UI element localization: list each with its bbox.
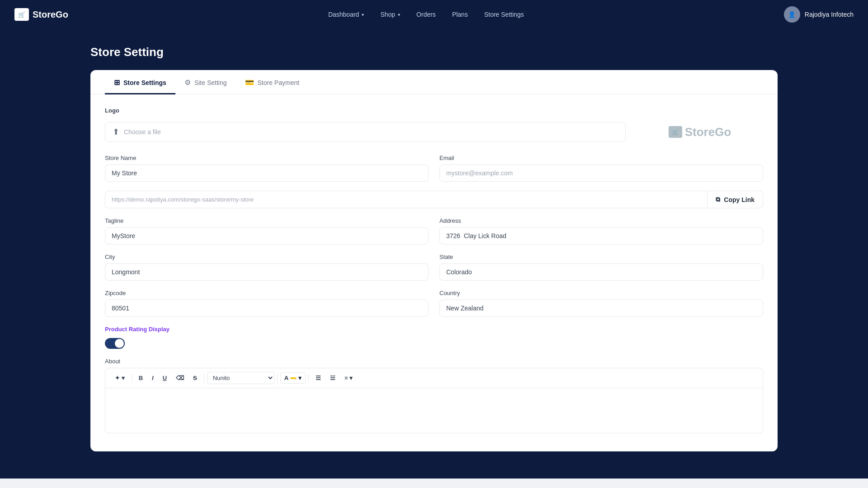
zipcode-label: Zipcode <box>105 290 429 296</box>
nav-links: Dashboard ▾ Shop ▾ Orders Plans Store Se… <box>322 7 530 22</box>
address-label: Address <box>439 217 763 224</box>
copy-link-label: Copy Link <box>724 196 755 203</box>
nav-plans[interactable]: Plans <box>446 7 474 22</box>
store-payment-tab-icon: 💳 <box>245 78 254 87</box>
logo-label: Logo <box>105 107 763 114</box>
logo-upload-text: Choose a file <box>124 128 161 136</box>
tagline-label: Tagline <box>105 217 429 224</box>
address-input[interactable] <box>439 227 763 244</box>
logo-section: Logo ⬆ Choose a file 🛒 StoreGo <box>105 107 763 145</box>
product-rating-section: Product Rating Display <box>105 326 763 349</box>
zipcode-group: Zipcode <box>105 290 429 317</box>
dashboard-chevron-icon: ▾ <box>362 12 364 17</box>
toolbar-sep-1 <box>132 374 132 383</box>
product-rating-label: Product Rating Display <box>105 326 763 333</box>
tab-store-payment-label: Store Payment <box>258 79 300 86</box>
tab-store-settings-label: Store Settings <box>123 79 166 86</box>
store-name-input[interactable] <box>105 164 429 182</box>
state-label: State <box>439 253 763 260</box>
toggle-knob <box>115 339 124 348</box>
brand-icon: 🛒 <box>14 8 29 21</box>
settings-card: ⊞ Store Settings ⚙ Site Setting 💳 Store … <box>90 70 778 451</box>
storego-preview-logo: 🛒 StoreGo <box>669 125 731 139</box>
toolbar-sep-2 <box>204 374 204 383</box>
about-editor[interactable] <box>105 388 763 433</box>
email-input[interactable] <box>439 164 763 182</box>
tab-store-payment[interactable]: 💳 Store Payment <box>236 70 309 94</box>
italic-btn[interactable]: I <box>148 372 158 384</box>
store-name-label: Store Name <box>105 155 429 161</box>
zip-country-row: Zipcode Country <box>105 290 763 317</box>
tagline-address-row: Tagline Address <box>105 217 763 244</box>
tagline-input[interactable] <box>105 227 429 244</box>
country-group: Country <box>439 290 763 317</box>
tab-site-setting[interactable]: ⚙ Site Setting <box>175 70 236 94</box>
color-chevron: ▾ <box>298 375 302 381</box>
about-label: About <box>105 358 763 365</box>
about-group: About ✦ ▾ B I U ⌫ S Nunito Arial Times N… <box>105 358 763 433</box>
tab-site-setting-label: Site Setting <box>194 79 227 86</box>
store-settings-tab-icon: ⊞ <box>114 78 120 87</box>
logo-row: ⬆ Choose a file 🛒 StoreGo <box>105 118 763 145</box>
logo-preview: 🛒 StoreGo <box>637 118 763 145</box>
copy-icon: ⧉ <box>716 196 720 203</box>
preview-logo-box: 🛒 <box>669 126 682 138</box>
text-color-label: A <box>284 375 288 381</box>
logo-upload-btn[interactable]: ⬆ Choose a file <box>105 122 626 142</box>
avatar: 👤 <box>784 6 800 23</box>
address-group: Address <box>439 217 763 244</box>
state-group: State <box>439 253 763 281</box>
city-group: City <box>105 253 429 281</box>
navbar: 🛒 StoreGo Dashboard ▾ Shop ▾ Orders Plan… <box>0 0 868 29</box>
site-setting-tab-icon: ⚙ <box>184 78 191 87</box>
brand-name: StoreGo <box>33 9 68 20</box>
form-body: Logo ⬆ Choose a file 🛒 StoreGo <box>90 94 778 433</box>
text-color-btn[interactable]: A ▾ <box>280 372 306 384</box>
page-title: Store Setting <box>90 45 778 59</box>
email-label: Email <box>439 155 763 161</box>
country-label: Country <box>439 290 763 296</box>
store-url-input[interactable] <box>105 191 707 208</box>
store-name-email-row: Store Name Email <box>105 155 763 182</box>
city-input[interactable] <box>105 263 429 281</box>
logo-upload-wrapper: ⬆ Choose a file <box>105 122 626 142</box>
toolbar-sep-3 <box>277 374 278 383</box>
underline-btn[interactable]: U <box>159 372 171 384</box>
nav-shop[interactable]: Shop ▾ <box>374 7 406 22</box>
user-menu[interactable]: 👤 Rajodiya Infotech <box>784 6 854 23</box>
eraser-btn[interactable]: ⌫ <box>172 372 188 384</box>
country-input[interactable] <box>439 300 763 317</box>
toggle-wrap <box>105 338 763 349</box>
city-label: City <box>105 253 429 260</box>
state-input[interactable] <box>439 263 763 281</box>
brand-logo[interactable]: 🛒 StoreGo <box>14 8 68 21</box>
zipcode-input[interactable] <box>105 300 429 317</box>
user-name: Rajodiya Infotech <box>805 11 854 18</box>
font-select[interactable]: Nunito Arial Times New Roman <box>207 372 274 384</box>
preview-logo-text: StoreGo <box>685 125 731 139</box>
nav-orders[interactable]: Orders <box>410 7 442 22</box>
tagline-group: Tagline <box>105 217 429 244</box>
toolbar-sep-4 <box>308 374 309 383</box>
editor-toolbar: ✦ ▾ B I U ⌫ S Nunito Arial Times New Rom… <box>105 368 763 388</box>
strikethrough-btn[interactable]: S <box>189 372 201 384</box>
url-row: ⧉ Copy Link <box>105 191 763 208</box>
bold-btn[interactable]: B <box>135 372 147 384</box>
upload-icon: ⬆ <box>113 127 119 137</box>
copy-link-button[interactable]: ⧉ Copy Link <box>707 191 763 208</box>
align-btn[interactable]: ≡ ▾ <box>340 372 357 384</box>
product-rating-toggle[interactable] <box>105 338 125 349</box>
page-wrapper: Store Setting ⊞ Store Settings ⚙ Site Se… <box>0 29 868 479</box>
tabs-bar: ⊞ Store Settings ⚙ Site Setting 💳 Store … <box>90 70 778 94</box>
magic-btn[interactable]: ✦ ▾ <box>111 372 129 384</box>
nav-dashboard[interactable]: Dashboard ▾ <box>322 7 371 22</box>
color-dot <box>290 377 297 379</box>
store-name-group: Store Name <box>105 155 429 182</box>
nav-store-settings[interactable]: Store Settings <box>478 7 530 22</box>
shop-chevron-icon: ▾ <box>398 12 400 17</box>
email-group: Email <box>439 155 763 182</box>
ordered-list-btn[interactable]: ☰ <box>311 372 325 384</box>
unordered-list-btn[interactable]: ☱ <box>326 372 340 384</box>
tab-store-settings[interactable]: ⊞ Store Settings <box>105 70 175 94</box>
city-state-row: City State <box>105 253 763 281</box>
